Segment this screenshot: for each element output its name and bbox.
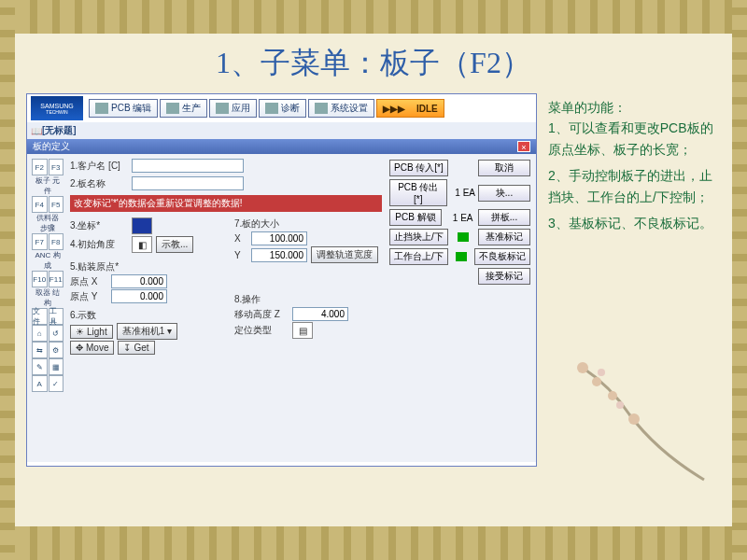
tool-button[interactable]: ✎ (32, 358, 48, 375)
tool-button[interactable]: ✓ (49, 375, 64, 392)
tool-button[interactable]: A (32, 375, 48, 392)
ea-count-1: 1 EA (450, 188, 475, 198)
slide-title: 1、子菜单：板子（F2） (26, 43, 721, 84)
tab-pcb-edit[interactable]: PCB 编辑 (89, 99, 158, 118)
notes-header: 菜单的功能： (548, 97, 719, 118)
slide-notes: 菜单的功能： 1、可以查看和更改PCB板的原点坐标、板子的长宽；2、手动控制板子… (546, 93, 721, 467)
boardname-label: 2.板名称 (70, 177, 128, 190)
tab-production[interactable]: 生产 (160, 99, 207, 118)
size-y-label: Y (234, 250, 247, 260)
tool-button[interactable]: F3 (49, 159, 64, 175)
teach-angle-button[interactable]: 示教... (156, 236, 193, 253)
origin-label: 5.贴装原点* (70, 261, 119, 272)
pcb-out-button[interactable]: PCB 传出[*] (389, 179, 447, 206)
tab-app[interactable]: 应用 (209, 99, 257, 118)
angle-icon[interactable]: ◧ (132, 236, 152, 253)
tool-button[interactable]: F10 (32, 271, 48, 287)
camera-select[interactable]: 基准相机1 ▾ (117, 323, 177, 340)
size-label: 7.板的大小 (234, 218, 279, 229)
tool-button[interactable]: 文件 (32, 308, 48, 325)
boardname-input[interactable] (132, 176, 244, 190)
origin-x-label: 原点 X (70, 275, 107, 288)
stopper-button[interactable]: 止挡块上/下 (389, 229, 448, 245)
initangle-label: 4.初始角度 (70, 238, 128, 251)
form-area: 1.客户名 [C] 2.板名称 改变标记'*'的数据会重新设置调整的数据! 3.… (70, 158, 382, 458)
worktable-led-icon (456, 252, 467, 261)
tool-button[interactable]: F2 (32, 159, 48, 175)
decor-border-right (732, 0, 747, 560)
notes-item: 1、可以查看和更改PCB板的原点坐标、板子的长宽； (548, 118, 719, 160)
app-icon (216, 103, 229, 114)
cancel-button[interactable]: 取消 (478, 160, 530, 176)
op-label: 8.操作 (234, 294, 261, 304)
tool-button[interactable]: F5 (49, 196, 64, 213)
gear-icon (315, 103, 328, 114)
tool-button[interactable]: F7 (32, 233, 48, 250)
tool-button[interactable]: F8 (49, 233, 64, 250)
tool-button[interactable]: ▦ (49, 358, 64, 375)
brand-logo: SAMSUNGTECHWIN (31, 96, 83, 120)
badmark-button[interactable]: 不良板标记 (474, 248, 530, 265)
close-icon[interactable]: × (517, 141, 530, 152)
warning-band: 改变标记'*'的数据会重新设置调整的数据! (70, 195, 382, 212)
slide-canvas: 1、子菜单：板子（F2） SAMSUNGTECHWIN PCB 编辑 生产 应用… (15, 34, 732, 526)
coord-label: 3.坐标* (70, 219, 128, 232)
origin-x-input[interactable] (111, 274, 167, 288)
left-toolbar: F2F3板子 元件F4F5供料器 步骤F7F8ANC 构成F10F11取器 结构… (31, 158, 64, 458)
tool-label: 供料器 步骤 (32, 213, 63, 233)
block-button[interactable]: 块... (478, 185, 530, 202)
app-screenshot: SAMSUNGTECHWIN PCB 编辑 生产 应用 诊断 系统设置 ▶▶▶ … (26, 93, 537, 467)
fiducial-button[interactable]: 基准标记 (478, 229, 530, 245)
light-button[interactable]: ☀ Light (70, 325, 113, 339)
customer-label: 1.客户名 [C] (70, 160, 128, 173)
tool-label: 取器 结构 (32, 287, 63, 308)
app-topbar: SAMSUNGTECHWIN PCB 编辑 生产 应用 诊断 系统设置 ▶▶▶ … (27, 94, 536, 122)
idle-indicator: ▶▶▶ IDLE (376, 99, 444, 118)
postype-icon[interactable]: ▤ (292, 322, 313, 339)
tool-label: ANC 构成 (32, 250, 63, 271)
notes-item: 3、基板标记、不良板标记。 (548, 213, 719, 233)
stopper-led-icon (458, 232, 469, 242)
accept-mark-button[interactable]: 接受标记 (478, 268, 530, 285)
prod-icon (166, 103, 179, 114)
tab-sysset[interactable]: 系统设置 (308, 99, 374, 118)
dialog-titlebar: 板的定义 × (27, 139, 536, 154)
movez-label: 移动高度 Z (234, 308, 289, 321)
origin-y-label: 原点 Y (70, 290, 107, 303)
tool-button[interactable]: F4 (32, 196, 48, 213)
decor-border-top (0, 0, 747, 34)
movez-input[interactable] (292, 307, 348, 321)
worktable-button[interactable]: 工作台上/下 (389, 248, 448, 265)
size-x-label: X (234, 233, 247, 244)
ea-count-2: 1 EA (447, 213, 473, 223)
tool-button[interactable]: F11 (49, 271, 64, 287)
get-button[interactable]: ↧ Get (118, 341, 154, 355)
decor-border-bottom (0, 526, 747, 560)
pcb-unlock-button[interactable]: PCB 解锁 (389, 209, 442, 226)
pcb-icon (95, 103, 108, 114)
postype-label: 定位类型 (234, 324, 289, 337)
diag-icon (265, 103, 278, 114)
move-button[interactable]: ✥ Move (70, 341, 114, 355)
tool-button[interactable]: 工具 (49, 308, 64, 325)
doc-title-bar: 📖 [无标题] (27, 122, 536, 139)
pcb-in-button[interactable]: PCB 传入[*] (389, 160, 448, 176)
size-x-input[interactable] (251, 231, 307, 245)
tool-button[interactable]: ↺ (49, 325, 64, 342)
tool-button[interactable]: ⇆ (32, 342, 48, 358)
origin-y-input[interactable] (111, 289, 167, 303)
teach-label: 6.示数 (70, 310, 96, 320)
decor-border-left (0, 0, 15, 560)
customer-input[interactable] (132, 159, 244, 173)
tool-button[interactable]: ⌂ (32, 325, 48, 342)
rail-adjust-button[interactable]: 调整轨道宽度 (311, 246, 378, 263)
main-tabs: PCB 编辑 生产 应用 诊断 系统设置 ▶▶▶ IDLE (87, 97, 446, 119)
tab-diag[interactable]: 诊断 (259, 99, 306, 118)
tool-label: 板子 元件 (32, 175, 63, 196)
right-button-column: PCB 传入[*]取消 PCB 传出[*]1 EA块... PCB 解锁1 EA… (388, 158, 532, 458)
size-y-input[interactable] (251, 248, 307, 262)
notes-item: 2、手动控制板子的进出，止挡块、工作台的上/下控制； (548, 165, 719, 207)
panel-button[interactable]: 拼板... (478, 209, 530, 226)
tool-button[interactable]: ⚙ (49, 342, 64, 358)
coord-color-button[interactable] (132, 217, 152, 234)
